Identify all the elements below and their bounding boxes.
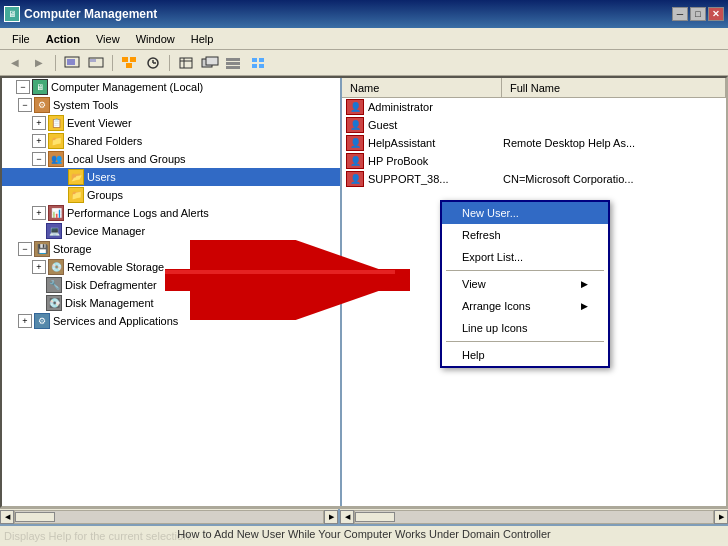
scroll-thumb-left[interactable] bbox=[15, 512, 55, 522]
scroll-left-btn-r[interactable]: ◀ bbox=[340, 510, 354, 524]
tree-toggle-event[interactable]: + bbox=[32, 116, 46, 130]
tree-item-device-mgr[interactable]: 💻 Device Manager bbox=[2, 222, 340, 240]
user-name: HelpAssistant bbox=[368, 137, 503, 149]
toolbar-btn-8[interactable] bbox=[247, 53, 269, 73]
close-button[interactable]: ✕ bbox=[708, 7, 724, 21]
svg-rect-6 bbox=[126, 63, 132, 68]
tree-item-users[interactable]: 📂 Users bbox=[2, 168, 340, 186]
local-users-icon: 👥 bbox=[48, 151, 64, 167]
list-item[interactable]: 👤 Guest bbox=[342, 116, 726, 134]
ctx-item-export-list[interactable]: Export List... bbox=[442, 246, 608, 268]
tree-item-root[interactable]: − 🖥 Computer Management (Local) bbox=[2, 78, 340, 96]
list-item[interactable]: 👤 HelpAssistant Remote Desktop Help As..… bbox=[342, 134, 726, 152]
tree-label-groups: Groups bbox=[87, 189, 123, 201]
toolbar-sep-3 bbox=[169, 55, 170, 71]
tree-item-storage[interactable]: − 💾 Storage bbox=[2, 240, 340, 258]
restore-button[interactable]: □ bbox=[690, 7, 706, 21]
tree-label-shared-folders: Shared Folders bbox=[67, 135, 142, 147]
back-button[interactable]: ◀ bbox=[4, 53, 26, 73]
tree-toggle-perf[interactable]: + bbox=[32, 206, 46, 220]
toolbar: ◀ ▶ bbox=[0, 50, 728, 76]
ctx-item-lineup-icons[interactable]: Line up Icons bbox=[442, 317, 608, 339]
tree-label-defrag: Disk Defragmenter bbox=[65, 279, 157, 291]
tree-item-perf-logs[interactable]: + 📊 Performance Logs and Alerts bbox=[2, 204, 340, 222]
list-item[interactable]: 👤 HP ProBook bbox=[342, 152, 726, 170]
menu-file[interactable]: File bbox=[4, 31, 38, 47]
scroll-left-btn[interactable]: ◀ bbox=[0, 510, 14, 524]
toolbar-btn-4[interactable] bbox=[142, 53, 164, 73]
menu-window[interactable]: Window bbox=[128, 31, 183, 47]
toolbar-btn-3[interactable] bbox=[118, 53, 140, 73]
ctx-label-new-user: New User... bbox=[462, 207, 519, 219]
menu-bar: File Action View Window Help bbox=[0, 28, 728, 50]
tree-label-disk-mgmt: Disk Management bbox=[65, 297, 154, 309]
pane-wrapper: − 🖥 Computer Management (Local) − ⚙ Syst… bbox=[0, 76, 728, 508]
menu-help[interactable]: Help bbox=[183, 31, 222, 47]
tree-label-event-viewer: Event Viewer bbox=[67, 117, 132, 129]
tree-toggle-services[interactable]: + bbox=[18, 314, 32, 328]
svg-rect-5 bbox=[130, 57, 136, 62]
col-header-fullname[interactable]: Full Name bbox=[502, 78, 726, 97]
ctx-item-help[interactable]: Help bbox=[442, 344, 608, 366]
scroll-thumb-right[interactable] bbox=[355, 512, 395, 522]
forward-button[interactable]: ▶ bbox=[28, 53, 50, 73]
user-fullname: Remote Desktop Help As... bbox=[503, 137, 726, 149]
ctx-item-refresh[interactable]: Refresh bbox=[442, 224, 608, 246]
ctx-item-view[interactable]: View ▶ bbox=[442, 273, 608, 295]
tree-toggle-local-users[interactable]: − bbox=[32, 152, 46, 166]
tree-item-local-users[interactable]: − 👥 Local Users and Groups bbox=[2, 150, 340, 168]
ctx-arrow-view: ▶ bbox=[581, 279, 588, 289]
tree-label-perf-logs: Performance Logs and Alerts bbox=[67, 207, 209, 219]
user-name: SUPPORT_38... bbox=[368, 173, 503, 185]
ctx-separator-2 bbox=[446, 341, 604, 342]
scroll-right-btn-r[interactable]: ▶ bbox=[714, 510, 728, 524]
col-header-name[interactable]: Name bbox=[342, 78, 502, 97]
tree-item-groups[interactable]: 📁 Groups bbox=[2, 186, 340, 204]
list-item[interactable]: 👤 SUPPORT_38... CN=Microsoft Corporatio.… bbox=[342, 170, 726, 188]
minimize-button[interactable]: ─ bbox=[672, 7, 688, 21]
svg-rect-3 bbox=[90, 59, 96, 62]
ctx-item-arrange-icons[interactable]: Arrange Icons ▶ bbox=[442, 295, 608, 317]
user-name: HP ProBook bbox=[368, 155, 503, 167]
user-icon: 👤 bbox=[346, 171, 364, 187]
menu-action[interactable]: Action bbox=[38, 31, 88, 47]
tree-label-users: Users bbox=[87, 171, 116, 183]
scroll-track-right bbox=[354, 510, 714, 524]
perf-logs-icon: 📊 bbox=[48, 205, 64, 221]
ctx-label-lineup-icons: Line up Icons bbox=[462, 322, 527, 334]
services-icon: ⚙ bbox=[34, 313, 50, 329]
tree-label-services: Services and Applications bbox=[53, 315, 178, 327]
tree-item-services[interactable]: + ⚙ Services and Applications bbox=[2, 312, 340, 330]
menu-view[interactable]: View bbox=[88, 31, 128, 47]
tree-label-root: Computer Management (Local) bbox=[51, 81, 203, 93]
user-icon: 👤 bbox=[346, 135, 364, 151]
tree-item-event-viewer[interactable]: + 📋 Event Viewer bbox=[2, 114, 340, 132]
tree-item-defrag[interactable]: 🔧 Disk Defragmenter bbox=[2, 276, 340, 294]
tree-toggle-storage[interactable]: − bbox=[18, 242, 32, 256]
tree-item-system-tools[interactable]: − ⚙ System Tools bbox=[2, 96, 340, 114]
toolbar-btn-1[interactable] bbox=[61, 53, 83, 73]
toolbar-btn-2[interactable] bbox=[85, 53, 107, 73]
svg-rect-20 bbox=[252, 64, 257, 68]
tree-toggle-shared[interactable]: + bbox=[32, 134, 46, 148]
right-pane-header: Name Full Name bbox=[342, 78, 726, 98]
tree-toggle-root[interactable]: − bbox=[16, 80, 30, 94]
tree-item-shared-folders[interactable]: + 📁 Shared Folders bbox=[2, 132, 340, 150]
tree-toggle-system[interactable]: − bbox=[18, 98, 32, 112]
user-name: Administrator bbox=[368, 101, 503, 113]
scroll-right-btn[interactable]: ▶ bbox=[324, 510, 338, 524]
toolbar-btn-6[interactable] bbox=[199, 53, 221, 73]
ctx-label-arrange-icons: Arrange Icons bbox=[462, 300, 530, 312]
watermark-label: How to Add New User While Your Computer … bbox=[177, 528, 550, 540]
svg-rect-21 bbox=[259, 64, 264, 68]
toolbar-btn-5[interactable] bbox=[175, 53, 197, 73]
ctx-item-new-user[interactable]: New User... bbox=[442, 202, 608, 224]
tree-toggle-removable[interactable]: + bbox=[32, 260, 46, 274]
tree-label-device-mgr: Device Manager bbox=[65, 225, 145, 237]
svg-rect-4 bbox=[122, 57, 128, 62]
svg-rect-10 bbox=[180, 58, 192, 68]
tree-item-disk-mgmt[interactable]: 💽 Disk Management bbox=[2, 294, 340, 312]
toolbar-btn-7[interactable] bbox=[223, 53, 245, 73]
list-item[interactable]: 👤 Administrator bbox=[342, 98, 726, 116]
tree-item-removable[interactable]: + 💿 Removable Storage bbox=[2, 258, 340, 276]
